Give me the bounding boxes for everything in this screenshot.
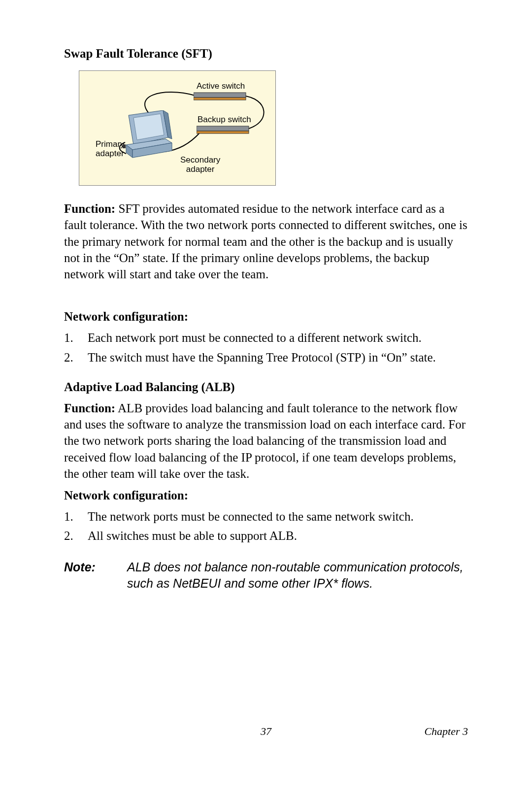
list-text: The switch must have the Spanning Tree P… [88, 349, 468, 365]
alb-heading: Adaptive Load Balancing (ALB) [64, 380, 468, 394]
list-text: The network ports must be connected to t… [88, 508, 468, 525]
diagram-label-secondary-adapter: Secondary adapter [180, 156, 220, 174]
sft-diagram: Active switch Backup switch Primary adap… [79, 70, 276, 186]
diagram-label-backup-switch: Backup switch [198, 115, 251, 125]
sft-function-paragraph: Function: SFT provides automated residue… [64, 200, 468, 282]
computer-icon [119, 110, 178, 165]
diagram-label-primary-2: adapter [96, 149, 124, 158]
function-label: Function: [64, 202, 115, 215]
svg-rect-10 [123, 144, 126, 148]
function-body: SFT provides automated residue to the ne… [64, 202, 467, 281]
diagram-label-secondary-2: adapter [186, 165, 215, 174]
tick-icon [123, 142, 133, 152]
note-block: Note: ALB does not balance non-routable … [64, 559, 468, 592]
function-body: ALB provides load balancing and fault to… [64, 401, 466, 480]
diagram-label-active-switch: Active switch [197, 82, 245, 91]
alb-netconf-list: 1. The network ports must be connected t… [64, 508, 468, 544]
function-label: Function: [64, 401, 115, 415]
list-item: 1. Each network port must be connected t… [64, 330, 468, 346]
list-item: 1. The network ports must be connected t… [64, 508, 468, 525]
page-footer: 37 Chapter 3 [64, 725, 468, 738]
alb-function-paragraph: Function: ALB provides load balancing an… [64, 400, 468, 482]
sft-heading: Swap Fault Tolerance (SFT) [64, 47, 468, 61]
active-switch-icon [194, 92, 248, 101]
page-content: Swap Fault Tolerance (SFT) [64, 47, 468, 592]
svg-rect-9 [197, 131, 249, 133]
svg-marker-1 [133, 114, 164, 140]
page-number: 37 [261, 725, 271, 738]
alb-netconf-heading: Network configuration: [64, 489, 468, 502]
note-body: ALB does not balance non-routable commun… [127, 559, 468, 592]
diagram-label-secondary-1: Secondary [180, 155, 220, 165]
svg-rect-6 [194, 93, 246, 98]
list-ordinal: 2. [64, 349, 88, 365]
diagram-label-primary-adapter: Primary adapter [96, 140, 125, 158]
backup-switch-icon [197, 125, 251, 135]
list-text: Each network port must be connected to a… [88, 330, 468, 346]
sft-netconf-heading: Network configuration: [64, 310, 468, 324]
list-item: 2. All switches must be able to support … [64, 528, 468, 544]
chapter-label: Chapter 3 [424, 725, 468, 738]
note-label: Note: [64, 559, 127, 592]
list-ordinal: 2. [64, 528, 88, 544]
svg-rect-8 [197, 126, 249, 131]
list-ordinal: 1. [64, 508, 88, 525]
sft-netconf-list: 1. Each network port must be connected t… [64, 330, 468, 365]
list-item: 2. The switch must have the Spanning Tre… [64, 349, 468, 365]
list-ordinal: 1. [64, 330, 88, 346]
svg-rect-7 [194, 98, 246, 100]
diagram-label-primary-1: Primary [96, 139, 125, 149]
list-text: All switches must be able to support ALB… [88, 528, 468, 544]
